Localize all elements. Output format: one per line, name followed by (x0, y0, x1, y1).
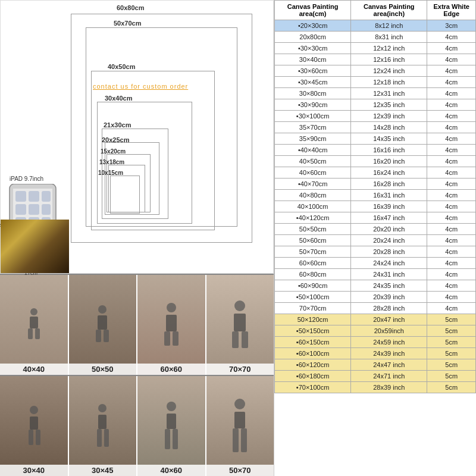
cell-col1-30: •60×120cm (275, 359, 351, 371)
bottom-photo-strip: 30×40 30×45 (0, 375, 274, 476)
cell-col1-4: •30×60cm (275, 65, 351, 77)
svg-rect-42 (234, 412, 245, 428)
label-30x40: 30x40cm (105, 95, 133, 102)
cell-col2-30: 24x47 inch (351, 359, 427, 371)
cell-col3-30: 5cm (427, 359, 476, 371)
artwork-thumbnail (1, 220, 69, 273)
right-panel: Canvas Painting area(cm) Canvas Painting… (274, 0, 476, 476)
cell-col3-16: 4cm (427, 201, 476, 212)
table-row: 60×80cm24x31 inch4cm (275, 269, 476, 280)
svg-point-21 (167, 303, 176, 312)
cell-col3-27: 5cm (427, 325, 476, 337)
cell-col3-15: 4cm (427, 190, 476, 201)
table-row: 50×60cm20x24 inch4cm (275, 235, 476, 246)
table-row: •30×45cm12x18 inch4cm (275, 77, 476, 88)
cell-col2-2: 12x12 inch (351, 43, 427, 54)
cell-col1-22: 60×80cm (275, 269, 351, 280)
cell-col2-29: 24x39 inch (351, 348, 427, 359)
contact-text: contact us for custom order (93, 83, 188, 90)
svg-rect-23 (164, 331, 170, 346)
svg-rect-36 (104, 429, 109, 447)
cell-col3-3: 4cm (427, 54, 476, 65)
cell-col3-29: 5cm (427, 348, 476, 359)
cell-col3-18: 4cm (427, 224, 476, 235)
label-50x70: 50x70cm (114, 20, 142, 27)
svg-rect-6 (15, 204, 26, 215)
cell-col1-5: •30×45cm (275, 77, 351, 88)
svg-rect-26 (234, 314, 246, 331)
cell-col1-8: •30×100cm (275, 111, 351, 122)
cell-col1-10: 35×90cm (275, 133, 351, 145)
svg-point-37 (167, 402, 176, 411)
size-diagram: 60x80cm 50x70cm 40x50cm 30x40cm 21x30cm … (0, 0, 274, 274)
svg-rect-43 (233, 428, 239, 452)
label-60x60: 60×60 (137, 364, 205, 375)
svg-rect-7 (29, 204, 39, 215)
cell-col3-9: 4cm (427, 122, 476, 133)
photo-cell-30x45: 30×45 (69, 376, 138, 476)
cell-col3-14: 4cm (427, 178, 476, 190)
photo-cell-50x50: 50×50 (69, 275, 138, 375)
cell-col1-0: •20×30cm (275, 20, 351, 32)
svg-rect-38 (167, 414, 176, 429)
cell-col3-25: 4cm (427, 303, 476, 314)
cell-col2-23: 24x35 inch (351, 280, 427, 292)
svg-rect-5 (42, 191, 51, 202)
table-row: 70×70cm28x28 inch4cm (275, 303, 476, 314)
svg-rect-3 (15, 191, 26, 202)
cell-col2-5: 12x18 inch (351, 77, 427, 88)
ipad-label: iPAD 9.7inch (10, 176, 43, 182)
table-row: 40×80cm16x31 inch4cm (275, 190, 476, 201)
svg-rect-28 (242, 331, 248, 348)
table-row: •60×120cm24x47 inch5cm (275, 359, 476, 371)
header-col3: Extra White Edge (427, 1, 476, 20)
cell-col2-16: 16x39 inch (351, 201, 427, 212)
table-row: •30×60cm12x24 inch4cm (275, 65, 476, 77)
cell-col3-1: 4cm (427, 32, 476, 43)
svg-rect-34 (98, 415, 107, 429)
cell-col3-13: 4cm (427, 167, 476, 178)
svg-rect-16 (35, 328, 40, 339)
svg-rect-15 (28, 328, 33, 339)
cell-col1-17: •40×120cm (275, 212, 351, 224)
cell-col1-19: 50×60cm (275, 235, 351, 246)
photo-cell-50x70: 50×70 (206, 376, 274, 476)
label-20x25: 20x25cm (102, 136, 130, 143)
photo-cell-60x60: 60×60 (137, 275, 206, 375)
cell-col1-24: •50×100cm (275, 292, 351, 303)
table-row: •60×90cm24x35 inch4cm (275, 280, 476, 292)
svg-rect-20 (104, 330, 109, 342)
table-row: •40×70cm16x28 inch4cm (275, 178, 476, 190)
cell-col3-24: 4cm (427, 292, 476, 303)
cell-col3-4: 4cm (427, 65, 476, 77)
cell-col2-13: 16x24 inch (351, 167, 427, 178)
cell-col2-26: 20x47 inch (351, 314, 427, 325)
top-photo-strip: 40×40 50×50 (0, 274, 274, 375)
cell-col1-29: •60×100cm (275, 348, 351, 359)
cell-col2-27: 20x59inch (351, 325, 427, 337)
label-70x70: 70×70 (206, 364, 274, 375)
rect-10x15 (110, 176, 140, 214)
cell-col3-0: 3cm (427, 20, 476, 32)
cell-col1-23: •60×90cm (275, 280, 351, 292)
table-row: 35×90cm14x35 inch4cm (275, 133, 476, 145)
table-row: 30×40cm12x16 inch4cm (275, 54, 476, 65)
cell-col2-3: 12x16 inch (351, 54, 427, 65)
table-row: 40×50cm16x20 inch4cm (275, 156, 476, 167)
table-row: •60×150cm24x59 inch5cm (275, 337, 476, 348)
left-panel: 60x80cm 50x70cm 40x50cm 30x40cm 21x30cm … (0, 0, 274, 476)
table-row: 50×70cm20x28 inch4cm (275, 246, 476, 258)
table-row: •70×100cm28x39 inch5cm (275, 382, 476, 393)
cell-col3-32: 5cm (427, 382, 476, 393)
svg-point-41 (234, 399, 245, 409)
label-40x40: 40×40 (0, 364, 68, 375)
svg-rect-14 (30, 317, 38, 328)
svg-rect-35 (97, 429, 102, 447)
cell-col2-24: 20x39 inch (351, 292, 427, 303)
svg-rect-18 (98, 315, 107, 330)
cell-col3-2: 4cm (427, 43, 476, 54)
cell-col2-25: 28x28 inch (351, 303, 427, 314)
cell-col1-12: 40×50cm (275, 156, 351, 167)
svg-point-17 (98, 305, 107, 314)
cell-col1-1: 20x80cm (275, 32, 351, 43)
